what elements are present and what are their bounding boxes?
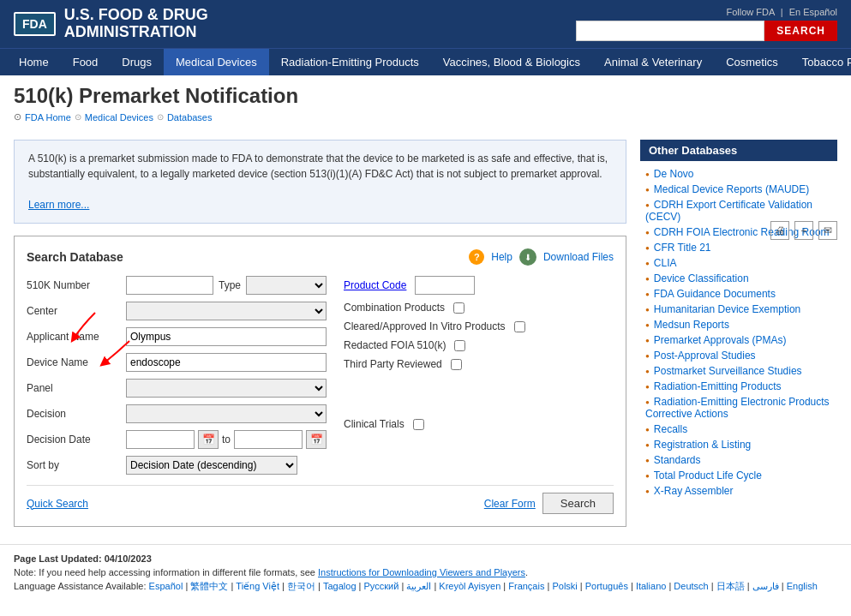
lang-creole[interactable]: Kreyòl Ayisyen [439, 581, 500, 591]
center-select[interactable] [126, 302, 327, 320]
lang-japanese[interactable]: 日本語 [716, 581, 745, 591]
lang-tagalog[interactable]: Tagalog [323, 581, 357, 591]
decision-date-label: Decision Date [27, 434, 121, 446]
product-code-link[interactable]: Product Code [344, 279, 406, 291]
database-link[interactable]: Premarket Approvals (PMAs) [654, 334, 787, 346]
right-panel: Other Databases De NovoMedical Device Re… [640, 140, 837, 527]
list-item: Postmarket Surveillance Studies [645, 363, 832, 379]
combination-products-checkbox[interactable] [453, 302, 464, 314]
last-updated: Page Last Updated: 04/10/2023 [14, 553, 837, 564]
nav-drugs[interactable]: Drugs [110, 49, 164, 75]
lang-farsi[interactable]: فارسی [752, 581, 779, 591]
clinical-trials-checkbox[interactable] [413, 419, 424, 430]
help-link[interactable]: Help [491, 251, 512, 263]
form-right: Product Code Combination Products Cleare… [344, 276, 614, 475]
type-select[interactable] [246, 276, 327, 295]
list-item: CLIA [645, 255, 832, 271]
learn-more-link[interactable]: Learn more... [28, 199, 89, 211]
email-icon[interactable]: ✉ [818, 221, 837, 240]
database-link[interactable]: Postmarket Surveillance Studies [654, 365, 802, 377]
third-party-label: Third Party Reviewed [344, 358, 442, 370]
applicant-name-input[interactable] [126, 327, 327, 346]
sort-select[interactable]: Decision Date (descending) [126, 456, 297, 475]
header-search-button[interactable]: SEARCH [764, 21, 837, 41]
device-name-input[interactable] [126, 353, 327, 372]
print-icon[interactable]: 🖨 [770, 221, 789, 240]
page-title: 510(k) Premarket Notification [14, 84, 837, 108]
database-link[interactable]: Standards [654, 454, 701, 466]
database-link[interactable]: Device Classification [654, 272, 749, 284]
database-link[interactable]: Humanitarian Device Exemption [654, 303, 800, 315]
nav-home[interactable]: Home [7, 49, 61, 75]
database-link[interactable]: De Novo [654, 168, 694, 180]
search-button[interactable]: Search [542, 493, 614, 514]
clear-form-button[interactable]: Clear Form [484, 498, 536, 510]
follow-fda-link[interactable]: Follow FDA [727, 7, 775, 17]
third-party-checkbox[interactable] [451, 359, 462, 370]
cal-from-button[interactable]: 📅 [198, 430, 219, 449]
database-link[interactable]: Total Product Life Cycle [654, 469, 762, 481]
lang-vietnamese[interactable]: Tiếng Việt [236, 581, 279, 591]
decision-select[interactable] [126, 404, 327, 423]
cal-to-button[interactable]: 📅 [306, 430, 327, 449]
date-to-input[interactable] [234, 430, 303, 449]
breadcrumb-medical-devices[interactable]: Medical Devices [85, 112, 153, 123]
nav-medical-devices[interactable]: Medical Devices [164, 49, 269, 75]
nav-food[interactable]: Food [61, 49, 111, 75]
header-search-bar: SEARCH [576, 21, 837, 41]
nav-vaccines[interactable]: Vaccines, Blood & Biologics [431, 49, 592, 75]
database-link[interactable]: Medsun Reports [654, 319, 729, 331]
lang-chinese[interactable]: 繁體中文 [190, 581, 228, 591]
lang-espanol[interactable]: Español [149, 581, 183, 591]
database-link[interactable]: Registration & Listing [654, 439, 751, 451]
panel-label: Panel [27, 382, 121, 394]
lang-english[interactable]: English [787, 581, 818, 591]
database-link[interactable]: Recalls [654, 423, 687, 435]
lang-french[interactable]: Français [508, 581, 544, 591]
database-link[interactable]: Post-Approval Studies [654, 350, 756, 362]
list-item: Premarket Approvals (PMAs) [645, 332, 832, 348]
database-link[interactable]: CDRH Export Certificate Validation (CECV… [645, 199, 812, 223]
other-databases-title: Other Databases [640, 140, 837, 161]
lang-russian[interactable]: Русский [364, 581, 399, 591]
database-link[interactable]: FDA Guidance Documents [654, 288, 776, 300]
cleared-checkbox[interactable] [514, 321, 525, 332]
fda-header: FDA U.S. FOOD & DRUG ADMINISTRATION Foll… [0, 0, 851, 48]
breadcrumb-fda-home[interactable]: FDA Home [25, 112, 71, 123]
database-link[interactable]: Radiation-Emitting Products [654, 380, 782, 392]
downloading-link[interactable]: Instructions for Downloading Viewers and… [318, 567, 525, 577]
quick-search-link[interactable]: Quick Search [27, 498, 88, 510]
lang-polish[interactable]: Polski [552, 581, 577, 591]
language-label: Language Assistance Available: [14, 581, 147, 591]
nav-animal[interactable]: Animal & Veterinary [592, 49, 714, 75]
date-from-input[interactable] [126, 430, 195, 449]
plus-icon[interactable]: ＋ [794, 221, 813, 240]
database-link[interactable]: Radiation-Emitting Electronic Products C… [645, 396, 830, 420]
lang-german[interactable]: Deutsch [674, 581, 708, 591]
page-icons: 🖨 ＋ ✉ [770, 221, 837, 240]
database-link[interactable]: Medical Device Reports (MAUDE) [654, 183, 809, 195]
header-search-input[interactable] [576, 21, 764, 41]
lang-portuguese[interactable]: Português [585, 581, 628, 591]
lang-korean[interactable]: 한국어 [287, 581, 315, 591]
fda-title: U.S. FOOD & DRUG [64, 7, 208, 24]
panel-select[interactable] [126, 379, 327, 398]
redacted-checkbox[interactable] [454, 340, 465, 351]
database-link[interactable]: CFR Title 21 [654, 242, 711, 254]
k-number-input[interactable] [126, 276, 213, 295]
list-item: Recalls [645, 422, 832, 437]
breadcrumb-databases[interactable]: Databases [167, 112, 213, 123]
lang-italian[interactable]: Italiano [636, 581, 666, 591]
database-link[interactable]: X-Ray Assembler [654, 485, 734, 497]
nav-cosmetics[interactable]: Cosmetics [714, 49, 790, 75]
en-espanol-link[interactable]: En Español [789, 7, 837, 17]
product-code-input[interactable] [415, 276, 475, 295]
download-link[interactable]: Download Files [543, 251, 614, 263]
nav-radiation[interactable]: Radiation-Emitting Products [269, 49, 431, 75]
nav-tobacco[interactable]: Tobacco Products [790, 49, 851, 75]
database-link[interactable]: CLIA [654, 257, 677, 269]
search-form-title: Search Database [27, 250, 123, 264]
center-row: Center [27, 302, 327, 320]
lang-arabic[interactable]: العربية [406, 581, 431, 591]
sort-row: Sort by Decision Date (descending) [27, 456, 327, 475]
